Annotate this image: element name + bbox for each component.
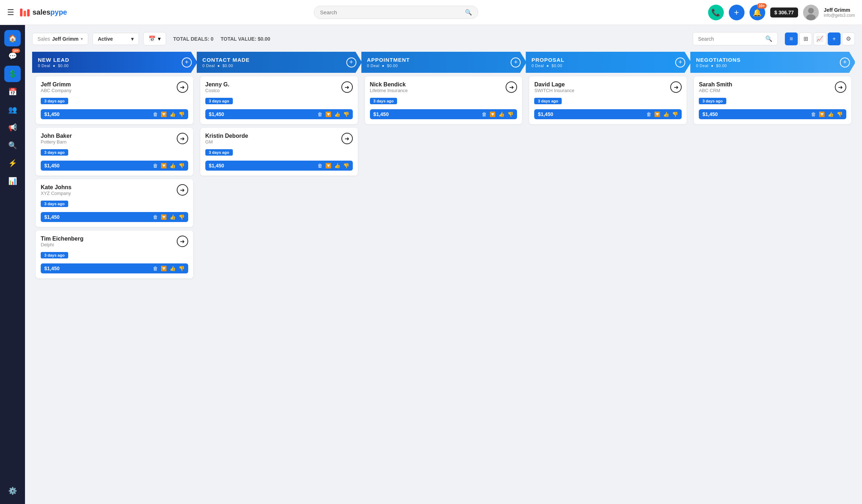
deal-card[interactable]: Kate Johns XYZ Company ➜ 3 days ago $1,4…: [36, 179, 193, 227]
deal-card[interactable]: Sarah Smith ABC CRM ➜ 3 days ago $1,450 …: [694, 76, 851, 124]
chart-view-button[interactable]: 📈: [813, 32, 826, 45]
filter-icon[interactable]: 🔽: [325, 163, 331, 168]
grid-view-button[interactable]: ⊞: [799, 32, 812, 45]
delete-icon[interactable]: 🗑: [317, 111, 322, 117]
thumbdown-icon[interactable]: 👎: [179, 163, 185, 168]
avatar[interactable]: [803, 5, 819, 20]
deal-navigate-icon[interactable]: ➜: [506, 81, 517, 93]
sidebar-item-deals[interactable]: 💲: [4, 66, 21, 82]
sidebar-item-reports[interactable]: 📊: [4, 173, 21, 189]
sidebar-item-campaigns[interactable]: 📢: [4, 119, 21, 136]
thumbdown-icon[interactable]: 👎: [837, 111, 843, 117]
toolbar-settings-button[interactable]: ⚙: [842, 32, 855, 45]
global-search-input[interactable]: [320, 9, 465, 15]
thumbup-icon[interactable]: 👍: [170, 163, 176, 168]
sidebar-item-contacts[interactable]: 👥: [4, 101, 21, 118]
delete-icon[interactable]: 🗑: [153, 214, 158, 220]
sidebar-item-settings[interactable]: ⚙️: [4, 483, 21, 499]
col-body-negotiations: Sarah Smith ABC CRM ➜ 3 days ago $1,450 …: [690, 73, 855, 216]
deal-card-header: Kristin Deborde GM ➜: [205, 133, 353, 147]
deal-navigate-icon[interactable]: ➜: [341, 81, 353, 93]
deal-navigate-icon[interactable]: ➜: [177, 81, 188, 93]
filter-icon[interactable]: 🔽: [161, 163, 167, 168]
deal-navigate-icon[interactable]: ➜: [177, 184, 188, 196]
deal-name: John Baker: [41, 133, 72, 139]
phone-button[interactable]: 📞: [708, 5, 724, 20]
deal-card[interactable]: John Baker Pottery Barn ➜ 3 days ago $1,…: [36, 128, 193, 176]
global-search-bar[interactable]: 🔍: [314, 6, 478, 19]
sidebar-item-search[interactable]: 🔍: [4, 137, 21, 153]
add-new-lead-button[interactable]: +: [182, 57, 192, 67]
filter-icon[interactable]: 🔽: [161, 111, 167, 117]
deal-navigate-icon[interactable]: ➜: [177, 236, 188, 247]
deal-navigate-icon[interactable]: ➜: [835, 81, 846, 93]
add-negotiations-button[interactable]: +: [840, 57, 850, 67]
kanban-search-input[interactable]: [698, 36, 762, 42]
sidebar-item-calendar[interactable]: 📅: [4, 84, 21, 100]
delete-icon[interactable]: 🗑: [811, 111, 816, 117]
delete-icon[interactable]: 🗑: [646, 111, 651, 117]
filter-icon[interactable]: 🔽: [490, 111, 496, 117]
add-contact-made-button[interactable]: +: [346, 57, 356, 67]
add-appointment-button[interactable]: +: [511, 57, 521, 67]
thumbup-icon[interactable]: 👍: [663, 111, 669, 117]
delete-icon[interactable]: 🗑: [153, 266, 158, 271]
notifications-button[interactable]: 🔔 10+: [750, 5, 765, 20]
kanban-search[interactable]: 🔍: [693, 32, 778, 45]
thumbdown-icon[interactable]: 👎: [507, 111, 513, 117]
thumbup-icon[interactable]: 👍: [170, 111, 176, 117]
sales-filter[interactable]: Sales Jeff Grimm ▾: [32, 33, 88, 45]
deal-navigate-icon[interactable]: ➜: [670, 81, 682, 93]
thumbup-icon[interactable]: 👍: [170, 266, 176, 271]
column-contact-made: CONTACT MADE 0 Deal ● $0.00 + Jenny G. C…: [197, 52, 361, 282]
deal-card[interactable]: Tim Eichenberg Delphi ➜ 3 days ago $1,45…: [36, 231, 193, 278]
thumbup-icon[interactable]: 👍: [828, 111, 834, 117]
delete-icon[interactable]: 🗑: [153, 111, 158, 117]
delete-icon[interactable]: 🗑: [482, 111, 487, 117]
thumbdown-icon[interactable]: 👎: [179, 266, 185, 271]
sidebar-item-automation[interactable]: ⚡: [4, 155, 21, 171]
delete-icon[interactable]: 🗑: [153, 163, 158, 168]
thumbup-icon[interactable]: 👍: [334, 163, 340, 168]
filter-icon[interactable]: 🔽: [161, 266, 167, 271]
thumbdown-icon[interactable]: 👎: [343, 111, 349, 117]
thumbdown-icon[interactable]: 👎: [343, 163, 349, 168]
list-view-button[interactable]: ≡: [785, 32, 798, 45]
delete-icon[interactable]: 🗑: [317, 163, 322, 168]
thumbdown-icon[interactable]: 👎: [672, 111, 678, 117]
thumbup-icon[interactable]: 👍: [334, 111, 340, 117]
deal-action-buttons: 🗑 🔽 👍 👎: [153, 163, 185, 168]
deal-company: Lifetime Insurance: [370, 88, 408, 93]
filter-icon[interactable]: 🔽: [325, 111, 331, 117]
deal-card[interactable]: Kristin Deborde GM ➜ 3 days ago $1,450 🗑…: [200, 128, 358, 176]
deal-card[interactable]: Jeff Grimm ABC Company ➜ 3 days ago $1,4…: [36, 76, 193, 124]
thumbdown-icon[interactable]: 👎: [179, 111, 185, 117]
col-body-proposal: David Lage SWITCH Insurance ➜ 3 days ago…: [526, 73, 690, 216]
deal-card[interactable]: Jenny G. Costco ➜ 3 days ago $1,450 🗑 🔽 …: [200, 76, 358, 124]
toolbar: Sales Jeff Grimm ▾ Active ▾ 📅 ▾ TOTAL DE…: [32, 32, 855, 45]
deal-card[interactable]: Nick Bendick Lifetime Insurance ➜ 3 days…: [365, 76, 522, 124]
thumbdown-icon[interactable]: 👎: [179, 214, 185, 220]
deal-amount: $1,450: [44, 266, 60, 271]
sidebar-item-messages[interactable]: 💬 10+: [4, 48, 21, 64]
deal-footer: $1,450 🗑 🔽 👍 👎: [41, 212, 188, 222]
deal-card[interactable]: David Lage SWITCH Insurance ➜ 3 days ago…: [529, 76, 687, 124]
filter-icon[interactable]: 🔽: [161, 214, 167, 220]
filter-icon[interactable]: 🔽: [654, 111, 660, 117]
add-button[interactable]: +: [729, 5, 745, 20]
sidebar-item-home[interactable]: 🏠: [4, 30, 21, 46]
deal-navigate-icon[interactable]: ➜: [341, 133, 353, 144]
deal-footer: $1,450 🗑 🔽 👍 👎: [699, 109, 846, 119]
filter-icon[interactable]: 🔽: [819, 111, 825, 117]
logo-text: salespype: [32, 8, 67, 16]
add-proposal-button[interactable]: +: [675, 57, 685, 67]
status-filter[interactable]: Active ▾: [92, 33, 139, 45]
sales-chevron-icon: ▾: [81, 36, 83, 41]
hamburger-button[interactable]: ☰: [7, 8, 14, 17]
deal-footer: $1,450 🗑 🔽 👍 👎: [534, 109, 682, 119]
thumbup-icon[interactable]: 👍: [170, 214, 176, 220]
add-deal-button[interactable]: +: [828, 32, 841, 45]
deal-navigate-icon[interactable]: ➜: [177, 133, 188, 144]
thumbup-icon[interactable]: 👍: [498, 111, 505, 117]
calendar-filter[interactable]: 📅 ▾: [143, 32, 166, 45]
